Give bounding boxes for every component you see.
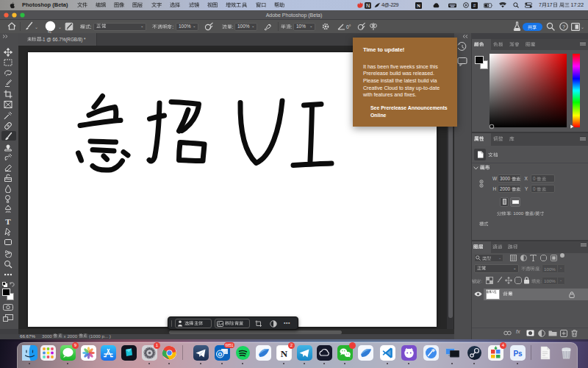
svg-text:O: O (218, 350, 222, 357)
svg-text:Ps: Ps (513, 350, 523, 358)
svg-text:N: N (280, 347, 287, 358)
